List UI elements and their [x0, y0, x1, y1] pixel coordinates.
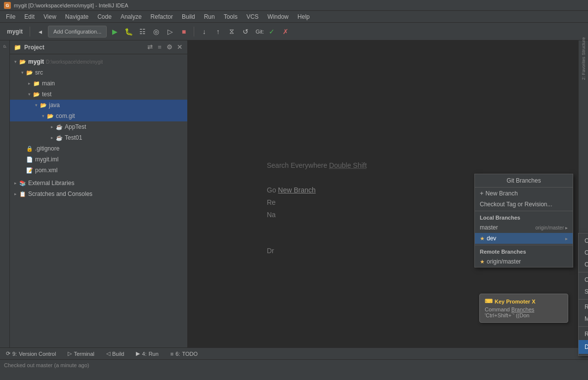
add-configuration-button[interactable]: Add Configuration...: [48, 26, 107, 38]
scratches-name: Scratches and Consoles: [28, 190, 92, 197]
sync-scrolling-button[interactable]: ⇄: [146, 43, 154, 51]
tree-gitignore[interactable]: 🔒 .gitignore: [10, 143, 187, 154]
branch-origin-master[interactable]: ★ origin/master: [475, 256, 573, 267]
com-name: com.git: [56, 113, 75, 119]
master-origin-label: origin/master ▸: [535, 225, 568, 230]
terminal-tab[interactable]: ▷ Terminal: [66, 350, 96, 357]
scratches-icon: 📋: [19, 190, 27, 198]
ctx-show-diff[interactable]: Show Diff with Working Tree: [579, 286, 588, 298]
main-name: main: [42, 80, 55, 87]
ctx-checkout[interactable]: Checkout: [579, 235, 588, 247]
tree-src[interactable]: ▾ 📂 src: [10, 67, 187, 78]
gitignore-icon: 🔒: [26, 145, 34, 152]
menu-view[interactable]: View: [40, 12, 60, 21]
menu-build[interactable]: Build: [178, 12, 199, 21]
run-tab[interactable]: ▶ 4: Run: [134, 350, 160, 357]
run-button[interactable]: ▶: [109, 26, 121, 38]
gitignore-name: .gitignore: [35, 145, 59, 152]
tree-com-git[interactable]: ▾ 📂 com.git: [10, 111, 187, 121]
tree-root-mygit[interactable]: ▾ 📂 mygit D:\workspace\demo\mygit: [10, 56, 187, 67]
ctx-checkout-as[interactable]: Checkout As...: [579, 247, 588, 259]
menu-vcs[interactable]: VCS: [243, 12, 263, 21]
bottom-bar: ⟳ 9: Version Control ▷ Terminal ◁ Build …: [0, 347, 588, 359]
menu-tools[interactable]: Tools: [220, 12, 242, 21]
checkout-tag-item[interactable]: Checkout Tag or Revision...: [475, 199, 573, 210]
tree-java[interactable]: ▾ 📂 java: [10, 100, 187, 111]
ctx-rebase-current[interactable]: Rebase Current onto Selected: [579, 301, 588, 313]
key-promoter-shortcut: 'Ctrl+Shift+`' ((Don: [485, 312, 563, 318]
project-side-icon[interactable]: P: [1, 42, 9, 50]
tree-pom-xml[interactable]: 📝 pom.xml: [10, 165, 187, 176]
key-promoter-cmd-name: Branches: [511, 306, 534, 312]
tree-apptest[interactable]: ▸ ☕ AppTest: [10, 121, 187, 132]
back-button[interactable]: ◂: [34, 26, 46, 38]
apptest-arrow: ▸: [48, 124, 55, 129]
menu-help[interactable]: Help: [294, 12, 314, 21]
tree-mygit-iml[interactable]: 📄 mygit.iml: [10, 154, 187, 165]
favorites-side-icon[interactable]: 2: Favorites: [580, 64, 588, 72]
new-branch-item[interactable]: + New Branch: [475, 188, 573, 199]
tree-test[interactable]: ▾ 📂 test: [10, 89, 187, 100]
menu-navigate[interactable]: Navigate: [61, 12, 92, 21]
todo-tab[interactable]: ≡ 6: TODO: [168, 351, 200, 357]
tree-scratches[interactable]: ▸ 📋 Scratches and Consoles: [10, 189, 187, 199]
debug-button[interactable]: 🐛: [123, 26, 134, 38]
editor-line-na: Na: [267, 211, 276, 219]
menu-analyze[interactable]: Analyze: [117, 12, 146, 21]
panel-header: 📁 Project ⇄ ≡ ⚙ ✕: [10, 40, 187, 54]
menu-refactor[interactable]: Refactor: [147, 12, 177, 21]
ctx-rename[interactable]: Rename...: [579, 328, 588, 340]
popup-sep-1: [475, 211, 573, 211]
history-button[interactable]: ⧖: [226, 26, 238, 38]
menu-run[interactable]: Run: [200, 12, 219, 21]
branch-master[interactable]: master origin/master ▸: [475, 222, 573, 233]
collapse-all-button[interactable]: ≡: [156, 43, 164, 51]
run-coverage-button[interactable]: ☷: [136, 26, 148, 38]
ctx-merge[interactable]: Merge into Current: [579, 313, 588, 325]
ctx-delete[interactable]: Delete ●: [579, 340, 588, 354]
run-config-button[interactable]: ▷: [164, 26, 176, 38]
tree-test01[interactable]: ▸ ☕ Test01: [10, 132, 187, 143]
profile-button[interactable]: ◎: [150, 26, 162, 38]
editor-line-re: Re: [267, 198, 276, 206]
git-check-icon[interactable]: ✓: [266, 26, 278, 38]
branch-dev[interactable]: ★ dev ▸: [475, 233, 573, 244]
panel-header-actions: ⇄ ≡ ⚙ ✕: [146, 43, 183, 51]
git-update-button[interactable]: ↓: [198, 26, 210, 38]
remote-branches-header: Remote Branches: [475, 246, 573, 256]
root-path: D:\workspace\demo\mygit: [46, 59, 103, 65]
ctx-compare[interactable]: Compare with Current: [579, 274, 588, 286]
version-control-tab[interactable]: ⟳ 9: Version Control: [4, 350, 58, 357]
ctx-checkout-rebase[interactable]: Checkout and Rebase onto Current: [579, 259, 588, 270]
search-hint: Search Everywhere Double Shift: [267, 161, 367, 169]
project-tree: ▾ 📂 mygit D:\workspace\demo\mygit ▾ 📂 sr…: [10, 54, 187, 347]
menu-code[interactable]: Code: [93, 12, 116, 21]
key-promoter-title: ⌨ Key Promoter X: [485, 298, 563, 304]
checkout-label: Checkout: [585, 237, 588, 244]
merge-label: Merge into Current: [585, 315, 588, 322]
test-arrow: ▾: [26, 92, 33, 97]
root-arrow: ▾: [12, 59, 19, 64]
git-push-button[interactable]: ↑: [212, 26, 224, 38]
run-label: Run: [149, 351, 159, 357]
menu-edit[interactable]: Edit: [20, 12, 39, 21]
revert-button[interactable]: ↺: [240, 26, 252, 38]
tree-main[interactable]: ▸ 📁 main: [10, 78, 187, 89]
menu-file[interactable]: File: [2, 12, 19, 21]
settings-button[interactable]: ⚙: [166, 43, 173, 51]
java-name: java: [49, 102, 60, 109]
menu-window[interactable]: Window: [263, 12, 293, 21]
key-promoter-command: Command Branches: [485, 306, 563, 312]
src-folder-icon: 📂: [26, 69, 34, 76]
vc-number: 9:: [12, 351, 17, 357]
git-x-icon[interactable]: ✗: [280, 26, 292, 38]
close-panel-button[interactable]: ✕: [175, 43, 183, 51]
rename-label: Rename...: [585, 331, 588, 338]
tree-external-libraries[interactable]: ▸ 📚 External Libraries: [10, 178, 187, 189]
dev-arrow: ▸: [565, 236, 568, 241]
ext-lib-icon: 📚: [19, 179, 27, 187]
structure-side-icon[interactable]: Structure: [580, 42, 588, 50]
build-tab[interactable]: ◁ Build: [104, 350, 126, 357]
stop-button[interactable]: ■: [178, 26, 190, 38]
root-folder-icon: 📂: [19, 58, 27, 66]
